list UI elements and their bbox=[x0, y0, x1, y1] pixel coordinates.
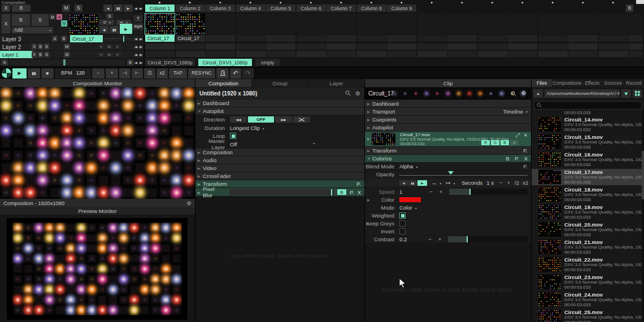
column-play-icon[interactable]: ▶ bbox=[159, 1, 161, 4]
opacity-marker[interactable] bbox=[448, 171, 454, 175]
empty-clip-cell[interactable] bbox=[387, 51, 416, 57]
gear-icon[interactable]: ⚙ bbox=[355, 90, 360, 97]
params-button[interactable]: P. bbox=[350, 189, 354, 195]
column-stop-icon[interactable]: ■ bbox=[371, 1, 372, 4]
file-item[interactable]: Circuit_16.movDXV 3.0 Normal Quality, No… bbox=[532, 151, 644, 168]
tab-files[interactable]: Files bbox=[532, 79, 552, 87]
seconds-label[interactable]: Seconds bbox=[462, 180, 482, 186]
section-video[interactable]: ▶Video bbox=[195, 164, 364, 172]
crossfader-slider[interactable] bbox=[9, 59, 125, 66]
column-stop-icon[interactable]: ■ bbox=[612, 1, 614, 4]
tab-group[interactable]: Group bbox=[252, 79, 308, 87]
crossfader-next-icon[interactable]: ▶| bbox=[140, 60, 142, 64]
empty-clip-cell[interactable] bbox=[206, 43, 235, 50]
params-button[interactable]: P. bbox=[515, 155, 519, 162]
crossfader-b-button[interactable]: B bbox=[127, 59, 133, 66]
tab-record[interactable]: Record bbox=[624, 79, 644, 87]
empty-clip-cell[interactable] bbox=[176, 51, 205, 57]
clip-thumbnail[interactable] bbox=[145, 14, 175, 34]
file-item[interactable]: Circuit_14.movDXV 3.0 Normal Quality, No… bbox=[532, 116, 644, 133]
channel-a-button[interactable]: A bbox=[510, 140, 519, 145]
empty-clip-cell[interactable] bbox=[629, 43, 643, 50]
remove-effect-button[interactable]: X bbox=[358, 189, 361, 195]
empty-clip-cell[interactable] bbox=[327, 51, 356, 57]
crossfader-a-button[interactable]: A bbox=[1, 59, 8, 66]
empty-clip-cell[interactable] bbox=[357, 43, 386, 50]
params-button[interactable]: P. bbox=[356, 181, 361, 187]
empty-clip-thumb[interactable] bbox=[266, 14, 295, 34]
clip-thumbnail[interactable] bbox=[176, 14, 205, 34]
gear-icon[interactable]: ⚙ bbox=[186, 200, 192, 206]
bypass-button[interactable]: B bbox=[506, 155, 510, 162]
clip-name-cell[interactable]: Circuit_17 bbox=[176, 35, 205, 42]
pixel-blur-slider[interactable] bbox=[230, 189, 334, 195]
transport-mode-dropdown[interactable]: Timeline▾ bbox=[503, 108, 528, 115]
folder-up-button[interactable]: ▲ bbox=[533, 89, 543, 98]
file-item[interactable]: Circuit_25.movDXV 3.0 Normal Quality, No… bbox=[532, 309, 644, 322]
direction-forward-button[interactable]: ▶▶ bbox=[275, 116, 292, 123]
tap-button[interactable]: TAP bbox=[169, 68, 187, 79]
nudge-right-button[interactable]: ⊢ bbox=[132, 68, 143, 79]
empty-clip-cell[interactable] bbox=[206, 51, 235, 57]
empty-clip-thumb[interactable] bbox=[568, 14, 598, 34]
clip-play-button[interactable]: ▶ bbox=[417, 180, 427, 186]
bpm-half-button[interactable]: /2 bbox=[144, 68, 155, 79]
play-button[interactable]: ▶ bbox=[12, 68, 27, 79]
empty-clip-thumb[interactable] bbox=[629, 14, 643, 34]
pause-button[interactable]: ▮▮ bbox=[28, 68, 40, 79]
column-header[interactable]: Column 9 bbox=[387, 5, 416, 12]
section-dashboard[interactable]: ▶Dashboard bbox=[195, 99, 364, 107]
tab-sources[interactable]: Sources bbox=[603, 79, 623, 87]
empty-clip-thumb[interactable] bbox=[599, 14, 628, 34]
empty-clip-cell[interactable] bbox=[508, 43, 537, 50]
empty-clip-cell[interactable] bbox=[266, 51, 295, 57]
empty-clip-cell[interactable] bbox=[568, 43, 598, 50]
section-autopilot[interactable]: ▶Autopilot bbox=[365, 124, 531, 131]
empty-clip-cell[interactable] bbox=[538, 43, 568, 50]
nudge-left-button[interactable]: ⊣ bbox=[119, 68, 130, 79]
weighted-checkbox[interactable] bbox=[399, 212, 406, 219]
files-scrollbar[interactable] bbox=[642, 110, 644, 322]
channel-b-button[interactable]: B bbox=[501, 140, 509, 145]
empty-clip-name-cell[interactable] bbox=[297, 35, 326, 42]
empty-clip-cell[interactable] bbox=[357, 51, 386, 57]
speed-slider[interactable] bbox=[449, 189, 528, 195]
empty-clip-cell[interactable] bbox=[478, 43, 507, 50]
section-crossfader[interactable]: ▶CrossFader bbox=[195, 172, 364, 180]
column-stop-icon[interactable]: ■ bbox=[431, 1, 433, 4]
master-layer-dropdown[interactable]: Off▾ bbox=[230, 141, 315, 147]
file-item[interactable]: Circuit_21.movDXV 3.0 Normal Quality, No… bbox=[532, 239, 644, 255]
color-swatch[interactable] bbox=[399, 197, 421, 202]
search-icon[interactable] bbox=[511, 91, 516, 97]
column-stop-icon[interactable]: ■ bbox=[401, 1, 402, 4]
playmode-dropdown[interactable]: ↦▾ bbox=[446, 180, 455, 186]
remove-effect-button[interactable]: X bbox=[524, 155, 528, 162]
section-transform[interactable]: ▶TransformP. bbox=[365, 147, 531, 154]
empty-clip-thumb[interactable] bbox=[508, 14, 537, 34]
direction-reverse-button[interactable]: ◀◀ bbox=[230, 116, 247, 123]
keep-greys-checkbox[interactable] bbox=[399, 220, 406, 227]
empty-clip-cell[interactable] bbox=[387, 43, 416, 50]
seconds-half-button[interactable]: /2 bbox=[515, 180, 519, 186]
metronome-button[interactable] bbox=[216, 68, 229, 79]
deck-tab[interactable]: Circuit_DXV3_1080p bbox=[198, 59, 252, 66]
clip-pause-button[interactable]: ▮▮ bbox=[408, 180, 417, 186]
tab-composition[interactable]: Composition bbox=[195, 79, 251, 87]
section-cuepoints[interactable]: ▶Cuepoints bbox=[365, 116, 531, 123]
empty-clip-name-cell[interactable] bbox=[206, 35, 235, 42]
files-search-bar[interactable] bbox=[534, 101, 642, 110]
empty-clip-thumb[interactable] bbox=[387, 14, 416, 34]
section-autopilot[interactable]: ▼Autopilot bbox=[195, 107, 364, 115]
direction-random-button[interactable] bbox=[293, 116, 310, 123]
search-icon[interactable] bbox=[345, 90, 351, 96]
duration-dropdown[interactable]: Longest Clip▾ bbox=[230, 125, 264, 131]
column-stop-icon[interactable]: ■ bbox=[250, 1, 251, 4]
column-header[interactable]: Column 4 bbox=[236, 5, 266, 12]
params-button[interactable]: P. bbox=[523, 147, 528, 154]
empty-clip-thumb[interactable] bbox=[327, 14, 356, 34]
tab-layer[interactable]: Layer bbox=[308, 79, 364, 87]
clip-source-block[interactable]: ▶ Circuit_17.mov DXV 3.0 Normal Quality,… bbox=[365, 132, 531, 146]
column-header[interactable]: Column 7 bbox=[327, 5, 356, 12]
seconds-double-button[interactable]: x2 bbox=[523, 180, 528, 186]
opacity-slider[interactable] bbox=[399, 171, 528, 178]
